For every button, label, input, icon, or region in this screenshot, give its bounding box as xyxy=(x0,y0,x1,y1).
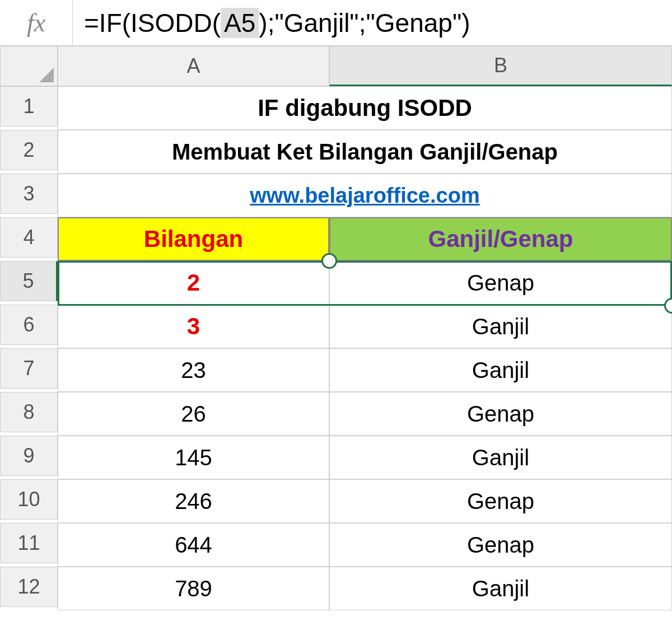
cell-A11[interactable]: 644 xyxy=(58,523,329,567)
cell-B7[interactable]: Ganjil xyxy=(329,348,672,392)
row-header-1[interactable]: 1 xyxy=(0,86,58,127)
cell-B9[interactable]: Ganjil xyxy=(329,436,672,479)
cell-B6[interactable]: Ganjil xyxy=(329,305,672,348)
row-header-9[interactable]: 9 xyxy=(0,436,58,476)
cell-header-B[interactable]: Ganjil/Genap xyxy=(329,217,672,261)
cell-B12[interactable]: Ganjil xyxy=(329,567,672,610)
row-header-5[interactable]: 5 xyxy=(0,261,58,301)
row-header-4[interactable]: 4 xyxy=(0,217,58,258)
cell-A6[interactable]: 3 xyxy=(58,305,329,348)
formula-text-post: );"Ganjil";"Genap") xyxy=(259,8,470,38)
row-header-10[interactable]: 10 xyxy=(0,479,58,520)
col-header-B[interactable]: B xyxy=(329,46,672,86)
cell-B10[interactable]: Genap xyxy=(329,479,672,523)
formula-text-pre: =IF(ISODD( xyxy=(84,8,221,38)
fx-icon[interactable]: fx xyxy=(0,0,73,45)
row-header-11[interactable]: 11 xyxy=(0,523,58,563)
link-text: www.belajaroffice.com xyxy=(250,184,479,208)
row-header-6[interactable]: 6 xyxy=(0,305,58,345)
cell-A12[interactable]: 789 xyxy=(58,567,329,610)
col-header-A[interactable]: A xyxy=(58,46,329,86)
cell-title2[interactable]: Membuat Ket Bilangan Ganjil/Genap xyxy=(58,130,672,174)
spreadsheet-grid: A B 1 IF digabung ISODD 2 Membuat Ket Bi… xyxy=(0,46,672,610)
cell-title1[interactable]: IF digabung ISODD xyxy=(58,86,672,130)
cell-A10[interactable]: 246 xyxy=(58,479,329,523)
row-header-8[interactable]: 8 xyxy=(0,392,58,432)
cell-B11[interactable]: Genap xyxy=(329,523,672,567)
formula-bar: fx =IF(ISODD( A5 );"Ganjil";"Genap") xyxy=(0,0,672,46)
cell-A8[interactable]: 26 xyxy=(58,392,329,436)
cell-A7[interactable]: 23 xyxy=(58,348,329,392)
cell-A5[interactable]: 2 xyxy=(58,261,329,305)
cell-B8[interactable]: Genap xyxy=(329,392,672,436)
formula-cell-ref: A5 xyxy=(221,8,259,38)
cell-A9[interactable]: 145 xyxy=(58,436,329,479)
row-header-7[interactable]: 7 xyxy=(0,348,58,389)
select-all-corner[interactable] xyxy=(0,46,58,86)
formula-input[interactable]: =IF(ISODD( A5 );"Ganjil";"Genap") xyxy=(73,8,470,38)
row-header-3[interactable]: 3 xyxy=(0,174,58,214)
selection-handle-left[interactable] xyxy=(321,253,337,269)
cell-header-A[interactable]: Bilangan xyxy=(58,217,329,261)
row-header-12[interactable]: 12 xyxy=(0,567,58,607)
cell-link[interactable]: www.belajaroffice.com xyxy=(58,174,672,217)
row-header-2[interactable]: 2 xyxy=(0,130,58,170)
cell-B5[interactable]: Genap xyxy=(329,261,672,305)
